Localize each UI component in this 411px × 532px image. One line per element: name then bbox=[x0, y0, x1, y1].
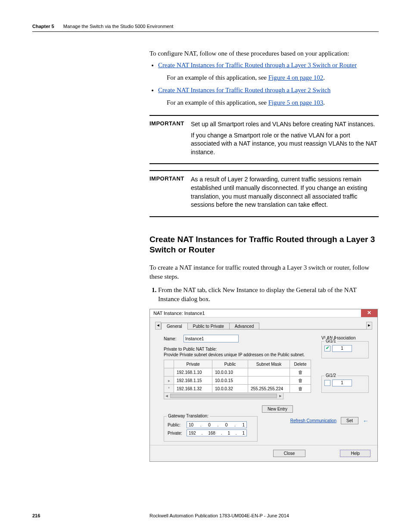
tab-strip: ◄ General Public to Private Advanced ► bbox=[155, 322, 372, 330]
link-layer2[interactable]: Create NAT Instances for Traffic Routed … bbox=[158, 87, 330, 93]
name-label: Name: bbox=[164, 336, 184, 341]
table-row[interactable]: * 192.168.1.32 10.0.0.32 255.255.255.224… bbox=[164, 385, 311, 393]
horizontal-scrollbar[interactable]: ◄► bbox=[164, 393, 283, 399]
tab-general[interactable]: General bbox=[161, 323, 188, 330]
important-label: IMPORTANT bbox=[149, 120, 191, 159]
bullet-2: Create NAT Instances for Traffic Routed … bbox=[158, 86, 379, 95]
dialog-title: NAT Instance: Instance1 bbox=[153, 311, 205, 316]
important-box-2: IMPORTANT As a result of Layer 2 forward… bbox=[149, 170, 379, 217]
tab-scroll-left-icon[interactable]: ◄ bbox=[155, 322, 161, 330]
page-number: 216 bbox=[32, 513, 149, 518]
bullet-2-sub: For an example of this application, see … bbox=[167, 98, 379, 107]
important-label: IMPORTANT bbox=[149, 175, 191, 212]
name-input[interactable] bbox=[184, 335, 239, 342]
important-1-p1: Set up all Smartport roles and VLANs bef… bbox=[191, 120, 379, 129]
refresh-communication-link[interactable]: Refresh Communication bbox=[290, 418, 336, 423]
step-1: From the NAT tab, click New Instance to … bbox=[158, 286, 379, 304]
link-layer3[interactable]: Create NAT Instances for Traffic Routed … bbox=[158, 62, 357, 68]
set-button[interactable]: Set bbox=[341, 417, 358, 424]
chapter-label: Chapter 5 bbox=[32, 24, 54, 29]
vlan-gi11-checkbox[interactable]: ✔ bbox=[324, 345, 330, 352]
section-para: To create a NAT instance for traffic rou… bbox=[149, 263, 379, 281]
important-2-p1: As a result of Layer 2 forwarding, curre… bbox=[191, 175, 379, 209]
nat-table: Private Public Subnet Mask Delete 192.16… bbox=[164, 360, 311, 393]
important-box-1: IMPORTANT Set up all Smartport roles and… bbox=[149, 115, 379, 164]
link-fig5[interactable]: Figure 5 on page 103 bbox=[268, 99, 323, 106]
trash-icon[interactable]: 🗑 bbox=[298, 370, 303, 375]
vlan-gi12-fieldset: Gi1/2 1 bbox=[321, 376, 369, 393]
chapter-title: Manage the Switch via the Studio 5000 En… bbox=[63, 24, 174, 29]
gw-private-input[interactable]: 192. 168. 1. 1 bbox=[187, 429, 247, 436]
vlan-gi11-fieldset: Gi1/1 ✔ 1 bbox=[321, 341, 369, 358]
vlan-gi12-checkbox[interactable] bbox=[324, 380, 330, 386]
page-header: Chapter 5 Manage the Switch via the Stud… bbox=[32, 24, 379, 32]
page-footer: 216 Rockwell Automation Publication 1783… bbox=[32, 513, 379, 518]
close-button[interactable]: Close bbox=[273, 450, 306, 457]
table-row[interactable]: ▸ 192.168.1.15 10.0.0.15 🗑 bbox=[164, 376, 311, 385]
intro-text: To configure NAT, follow one of these pr… bbox=[149, 49, 379, 58]
table-row[interactable]: 192.168.1.10 10.0.0.10 🗑 bbox=[164, 368, 311, 376]
dialog-title-bar[interactable]: NAT Instance: Instance1 ✕ bbox=[150, 309, 377, 317]
col-public[interactable]: Public bbox=[212, 360, 248, 368]
tab-public-to-private[interactable]: Public to Private bbox=[187, 323, 230, 330]
bullet-1-sub: For an example of this application, see … bbox=[167, 73, 379, 82]
tab-advanced[interactable]: Advanced bbox=[229, 323, 259, 330]
nat-instance-dialog: NAT Instance: Instance1 ✕ ◄ General Publ… bbox=[149, 309, 378, 462]
gateway-translation-fieldset: Gateway Translation: Public: 10. 0. 0. 1… bbox=[164, 416, 258, 442]
section-heading: Create NAT Instances for Traffic Routed … bbox=[149, 234, 379, 255]
gw-private-label: Private: bbox=[168, 431, 187, 436]
vlan-gi11-value[interactable]: 1 bbox=[332, 345, 352, 352]
vlan-gi12-legend: Gi1/2 bbox=[324, 373, 337, 378]
vlan-gi12-value[interactable]: 1 bbox=[332, 380, 352, 386]
trash-icon[interactable]: 🗑 bbox=[298, 378, 303, 383]
vlan-gi11-legend: Gi1/1 bbox=[324, 339, 337, 343]
new-entry-button[interactable]: New Entry bbox=[262, 405, 293, 413]
tab-scroll-right-icon[interactable]: ► bbox=[366, 322, 372, 330]
arrow-left-icon[interactable]: ← bbox=[363, 417, 369, 424]
col-mask[interactable]: Subnet Mask bbox=[248, 360, 290, 368]
trash-icon[interactable]: 🗑 bbox=[298, 386, 303, 391]
gw-public-label: Public: bbox=[168, 423, 187, 427]
col-private[interactable]: Private bbox=[174, 360, 212, 368]
bullet-1: Create NAT Instances for Traffic Routed … bbox=[158, 61, 379, 70]
publication-info: Rockwell Automation Publication 1783-UM0… bbox=[149, 513, 289, 518]
gateway-legend: Gateway Translation: bbox=[167, 414, 210, 418]
col-delete: Delete bbox=[290, 360, 311, 368]
help-button[interactable]: Help bbox=[340, 450, 371, 457]
link-fig4[interactable]: Figure 4 on page 102 bbox=[268, 74, 323, 81]
important-1-p2: If you change a Smartport role or the na… bbox=[191, 131, 379, 157]
gw-public-input[interactable]: 10. 0. 0. 1 bbox=[187, 421, 247, 428]
close-icon[interactable]: ✕ bbox=[361, 309, 377, 317]
